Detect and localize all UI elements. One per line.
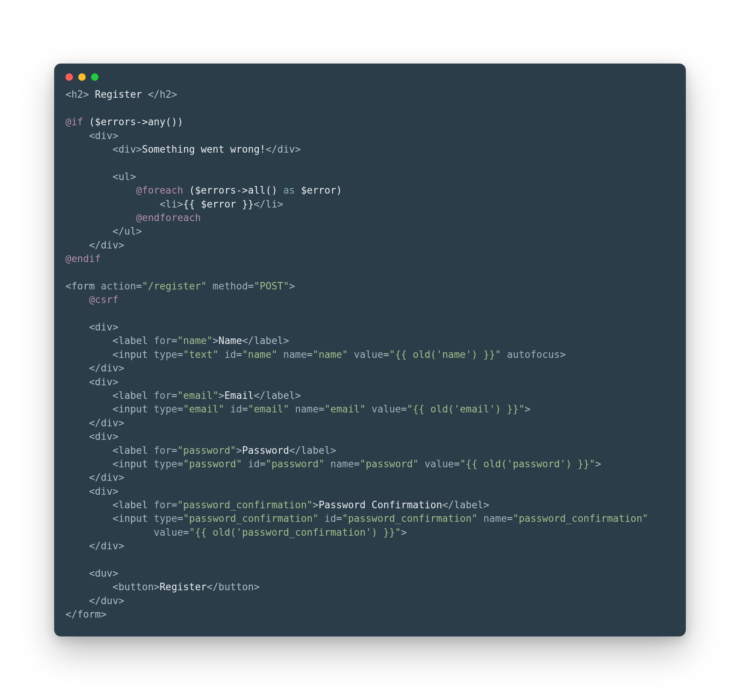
code-token: "email" [325, 403, 366, 415]
code-token: </ [89, 239, 101, 251]
code-token [148, 445, 154, 456]
code-token: > [112, 130, 118, 141]
code-token: form [77, 609, 101, 620]
maximize-icon[interactable] [91, 73, 99, 81]
code-token: type [154, 513, 177, 524]
code-token [148, 390, 154, 401]
code-token: = [171, 445, 177, 456]
code-token: Password Confirmation [318, 499, 442, 511]
code-line: </div> [65, 539, 675, 553]
code-line: <input type="text" id="name" name="name"… [65, 348, 675, 361]
code-line: <div> [65, 375, 675, 389]
code-token: ul [118, 171, 130, 182]
code-token: Email [224, 390, 254, 401]
code-token [501, 349, 507, 360]
code-token: </ [254, 390, 265, 401]
minimize-icon[interactable] [78, 73, 86, 81]
code-line: <h2> Register </h2> [65, 88, 675, 101]
code-token: label [118, 445, 148, 456]
code-token: @endforeach [136, 212, 201, 223]
code-token: id [248, 458, 259, 470]
code-token: < [112, 403, 118, 415]
code-token: < [112, 458, 118, 470]
code-token: = [177, 513, 183, 524]
code-token: = [242, 403, 248, 415]
code-token: </ [89, 595, 101, 606]
code-token: as [283, 185, 295, 196]
code-token: > [278, 198, 284, 210]
code-token: button [218, 581, 254, 592]
code-line [65, 553, 675, 567]
code-token: = [454, 458, 460, 470]
code-line: @if ($errors->any()) [65, 115, 675, 129]
code-token: = [171, 335, 177, 346]
code-token [148, 335, 154, 346]
code-token: < [112, 445, 118, 456]
code-token: > [118, 417, 124, 429]
code-token: = [177, 403, 183, 415]
code-token: "email" [177, 390, 218, 401]
code-token [325, 458, 331, 470]
code-token: type [154, 458, 177, 470]
code-token: "password_confirmation" [513, 513, 648, 524]
code-line: <ul> [65, 170, 675, 183]
code-token: < [65, 89, 71, 100]
code-token: "email" [248, 403, 289, 415]
code-token: </ [112, 226, 124, 237]
code-line: <div> [65, 430, 675, 443]
code-token: = [177, 458, 183, 470]
code-token: label [118, 335, 148, 346]
code-token: div [101, 362, 118, 374]
code-token: </ [148, 89, 159, 100]
code-line: </div> [65, 361, 675, 375]
code-token: = [260, 458, 266, 470]
close-icon[interactable] [65, 73, 73, 81]
code-line [65, 102, 675, 115]
code-line: </form> [65, 608, 675, 621]
code-token: > [525, 403, 531, 415]
code-token: = [171, 499, 177, 511]
code-token: > [560, 349, 566, 360]
code-token: form [71, 280, 95, 292]
code-token: id [224, 349, 236, 360]
code-token: = [236, 349, 242, 360]
code-line: <input type="password" id="password" nam… [65, 457, 675, 471]
code-token: < [89, 431, 95, 442]
code-token: = [318, 403, 325, 415]
code-token [148, 458, 154, 470]
code-token: div [95, 431, 112, 442]
code-token: > [101, 609, 107, 620]
code-token: h2 [159, 89, 171, 100]
code-token: < [65, 280, 71, 292]
code-token: < [112, 499, 118, 511]
code-token: ($errors->any()) [83, 116, 183, 127]
code-token: </ [207, 581, 218, 592]
code-token: < [89, 568, 95, 579]
code-token: autofocus [507, 349, 560, 360]
code-token [148, 513, 154, 524]
code-token: > [218, 390, 224, 401]
code-token: < [112, 513, 118, 524]
code-token: "password" [177, 445, 236, 456]
code-line: @csrf [65, 293, 675, 306]
code-token: "name" [242, 349, 278, 360]
code-token: "password_confirmation" [183, 513, 318, 524]
code-line [65, 307, 675, 320]
code-line: @endforeach [65, 211, 675, 224]
code-token: for [154, 390, 171, 401]
code-token: "{{ old('name') }}" [389, 349, 501, 360]
code-token [478, 513, 484, 524]
code-line: value="{{ old('password_confirmation') }… [65, 526, 675, 539]
code-token: > [312, 499, 318, 511]
code-token: div [95, 130, 112, 141]
code-token: > [136, 226, 142, 237]
code-token: type [154, 349, 177, 360]
code-token: value [425, 458, 454, 470]
code-token: > [289, 280, 295, 292]
code-token: "password_confirmation" [342, 513, 478, 524]
code-line [65, 156, 675, 170]
code-line: <div> [65, 485, 675, 498]
code-line: <label for="name">Name</label> [65, 334, 675, 347]
code-token: = [507, 513, 513, 524]
code-token: > [177, 198, 183, 210]
